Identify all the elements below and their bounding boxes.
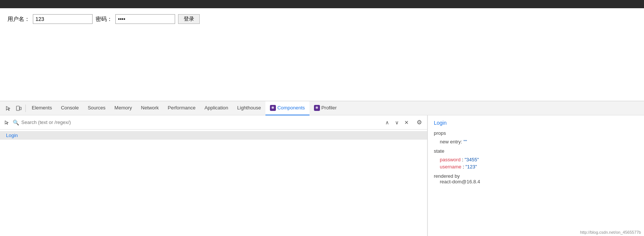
rendered-by-value: react-dom@16.8.4 (434, 179, 638, 184)
search-close-button[interactable]: ✕ (402, 118, 411, 127)
component-tree: Login (0, 130, 427, 236)
inspect-icon[interactable] (3, 103, 13, 114)
svg-rect-1 (20, 107, 21, 110)
search-icon: 🔍 (13, 119, 19, 125)
state-label: state (434, 148, 638, 154)
tab-elements[interactable]: Elements (27, 101, 56, 115)
state-value-password: "3455" (465, 157, 479, 162)
state-colon-username: : (463, 164, 465, 170)
state-key-username: username (440, 164, 461, 170)
settings-button[interactable]: ⚙ (414, 118, 424, 127)
tab-network[interactable]: Network (137, 101, 164, 115)
tab-application[interactable]: Application (200, 101, 233, 115)
prop-value-new-entry: "" (464, 139, 467, 145)
devtools-toolbar: Elements Console Sources Memory Network … (0, 101, 644, 115)
toolbar-divider (25, 105, 26, 112)
top-bar (0, 0, 644, 8)
devtools-panel: Elements Console Sources Memory Network … (0, 101, 644, 236)
state-password-row: password : "3455" (434, 156, 638, 163)
tab-console[interactable]: Console (56, 101, 83, 115)
username-input[interactable] (33, 14, 93, 24)
devtools-content: 🔍 ∧ ∨ ✕ ⚙ Login Login props new entry: "… (0, 115, 644, 236)
profiler-react-icon: ⚛ (314, 105, 320, 111)
search-prev-button[interactable]: ∧ (383, 118, 391, 127)
tree-item-login[interactable]: Login (0, 131, 427, 140)
tab-sources[interactable]: Sources (83, 101, 110, 115)
components-react-icon: ⚛ (270, 105, 276, 111)
state-colon-password: : (462, 157, 464, 162)
prop-new-entry: new entry: "" (434, 138, 638, 145)
state-username-row: username : "123" (434, 163, 638, 170)
state-value-username: "123" (466, 164, 477, 170)
tab-components[interactable]: ⚛ Components (265, 101, 309, 115)
login-form: 用户名： 密码： 登录 (7, 14, 200, 24)
tree-inspect-icon[interactable] (3, 119, 10, 126)
tab-performance[interactable]: Performance (163, 101, 200, 115)
tab-memory[interactable]: Memory (110, 101, 137, 115)
url-hint: http://blog.csdn.net/on_4565577b (580, 230, 641, 235)
props-label: props (434, 130, 638, 136)
search-next-button[interactable]: ∨ (393, 118, 401, 127)
right-panel: Login props new entry: "" state password… (427, 115, 644, 236)
state-key-password: password (440, 157, 461, 162)
tab-lighthouse[interactable]: Lighthouse (233, 101, 265, 115)
login-button[interactable]: 登录 (178, 14, 200, 24)
tab-profiler[interactable]: ⚛ Profiler (309, 101, 341, 115)
username-label: 用户名： (7, 16, 30, 23)
password-input[interactable] (115, 14, 175, 24)
search-input[interactable] (21, 119, 381, 125)
password-label: 密码： (96, 16, 112, 23)
prop-key-new-entry: new entry: (440, 139, 464, 145)
search-controls: ∧ ∨ ✕ (383, 118, 411, 127)
search-bar: 🔍 ∧ ∨ ✕ ⚙ (0, 115, 427, 130)
panel-title: Login (434, 120, 638, 126)
left-panel: 🔍 ∧ ∨ ✕ ⚙ Login (0, 115, 427, 236)
rendered-by-label: rendered by (434, 173, 638, 179)
app-area: 用户名： 密码： 登录 (0, 8, 644, 101)
device-icon[interactable] (13, 103, 24, 114)
